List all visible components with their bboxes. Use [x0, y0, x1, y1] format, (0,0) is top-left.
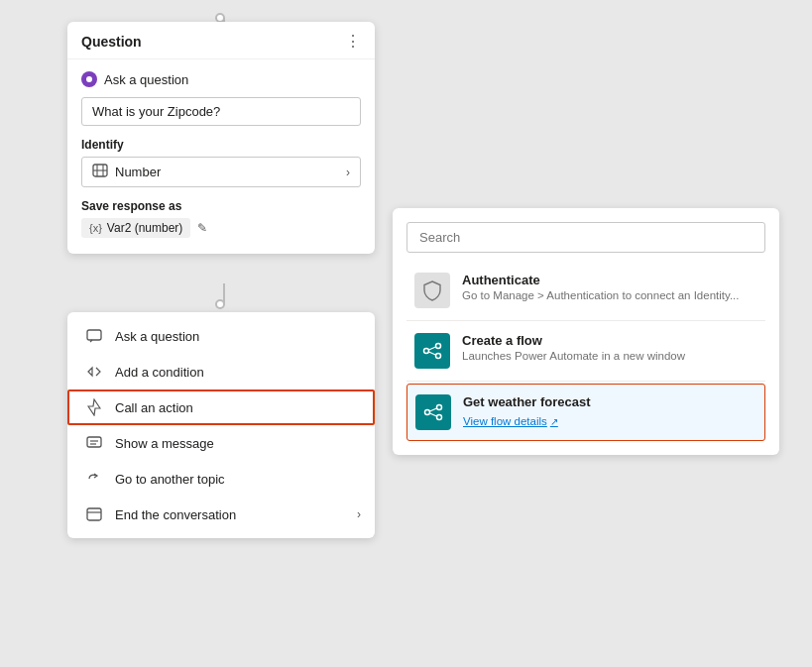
action-end-conversation[interactable]: End the conversation ›	[67, 497, 375, 532]
svg-point-16	[425, 410, 430, 415]
right-panel: Authenticate Go to Manage > Authenticati…	[393, 208, 779, 455]
action-call-action[interactable]: Call an action	[67, 389, 375, 425]
add-condition-menu-label: Add a condition	[115, 365, 204, 380]
svg-rect-9	[87, 508, 101, 520]
end-conversation-menu-icon	[85, 505, 103, 523]
var-icon: {x}	[89, 222, 102, 234]
save-response-row: {x} Var2 (number) ✎	[81, 218, 361, 238]
show-message-menu-label: Show a message	[115, 436, 214, 451]
identify-chevron-icon: ›	[346, 166, 350, 179]
svg-line-20	[430, 413, 437, 416]
call-action-menu-label: Call an action	[115, 400, 193, 415]
call-action-menu-icon	[85, 398, 103, 416]
create-flow-icon-container	[414, 333, 450, 369]
get-weather-content: Get weather forecast View flow details ↗	[463, 394, 756, 429]
var-badge: {x} Var2 (number)	[81, 218, 190, 238]
panel-item-authenticate[interactable]: Authenticate Go to Manage > Authenticati…	[406, 263, 765, 318]
divider-1	[406, 320, 765, 321]
search-input[interactable]	[406, 222, 765, 253]
svg-point-17	[437, 405, 442, 410]
get-weather-icon-container	[415, 394, 451, 430]
save-response-label: Save response as	[81, 199, 361, 213]
svg-point-12	[436, 344, 441, 349]
panel-item-create-flow[interactable]: Create a flow Launches Power Automate in…	[406, 323, 765, 379]
svg-line-14	[429, 347, 436, 350]
get-weather-title: Get weather forecast	[463, 394, 756, 409]
action-add-condition[interactable]: Add a condition	[67, 354, 375, 389]
ask-question-row: Ask a question	[81, 71, 361, 87]
identify-value: Number	[115, 165, 161, 179]
svg-line-15	[429, 352, 436, 355]
number-icon	[92, 164, 108, 180]
identify-inner: Number	[92, 164, 161, 180]
view-flow-details-link[interactable]: View flow details ↗	[463, 415, 558, 427]
var-badge-label: Var2 (number)	[107, 221, 182, 235]
question-card: Question ⋮ Ask a question Identify	[67, 22, 375, 254]
authenticate-description: Go to Manage > Authentication to connect…	[462, 289, 757, 301]
identify-label: Identify	[81, 138, 361, 152]
external-link-icon: ↗	[550, 416, 558, 427]
edit-var-icon[interactable]: ✎	[197, 221, 207, 235]
authenticate-icon-container	[414, 273, 450, 308]
panel-item-get-weather[interactable]: Get weather forecast View flow details ↗	[406, 384, 765, 441]
svg-rect-6	[87, 437, 101, 447]
action-show-message[interactable]: Show a message	[67, 425, 375, 461]
action-ask-question[interactable]: Ask a question	[67, 318, 375, 354]
identify-dropdown[interactable]: Number ›	[81, 157, 361, 187]
ask-question-label: Ask a question	[104, 72, 188, 87]
question-input[interactable]	[81, 97, 361, 126]
end-conversation-chevron-icon: ›	[357, 507, 361, 521]
create-flow-title: Create a flow	[462, 333, 757, 348]
svg-line-19	[430, 408, 437, 411]
bottom-connector-dot	[215, 299, 225, 309]
question-card-title: Question	[81, 34, 142, 50]
create-flow-description: Launches Power Automate in a new window	[462, 350, 757, 362]
end-conversation-menu-label: End the conversation	[115, 507, 236, 522]
ask-question-icon	[81, 71, 97, 87]
view-flow-details-text: View flow details	[463, 415, 547, 427]
authenticate-content: Authenticate Go to Manage > Authenticati…	[462, 273, 757, 301]
action-menu-card: Ask a question Add a condition Call an a…	[67, 312, 375, 538]
shield-icon	[422, 279, 442, 301]
go-to-topic-menu-label: Go to another topic	[115, 472, 225, 487]
svg-rect-4	[87, 330, 101, 340]
add-condition-menu-icon	[85, 363, 103, 381]
authenticate-title: Authenticate	[462, 273, 757, 287]
svg-point-11	[424, 349, 429, 354]
question-card-header: Question ⋮	[67, 22, 375, 59]
svg-point-13	[436, 354, 441, 359]
flow-icon	[422, 341, 442, 361]
question-card-body: Ask a question Identify Number	[67, 59, 375, 254]
divider-2	[406, 381, 765, 382]
ask-question-menu-label: Ask a question	[115, 329, 199, 344]
create-flow-content: Create a flow Launches Power Automate in…	[462, 333, 757, 362]
go-to-topic-menu-icon	[85, 470, 103, 488]
weather-flow-icon	[423, 402, 443, 422]
show-message-menu-icon	[85, 434, 103, 452]
canvas: Question ⋮ Ask a question Identify	[0, 0, 812, 667]
svg-marker-5	[88, 399, 100, 415]
action-go-to-topic[interactable]: Go to another topic	[67, 461, 375, 497]
question-card-menu-button[interactable]: ⋮	[345, 32, 361, 51]
svg-point-18	[437, 415, 442, 420]
ask-question-menu-icon	[85, 327, 103, 345]
